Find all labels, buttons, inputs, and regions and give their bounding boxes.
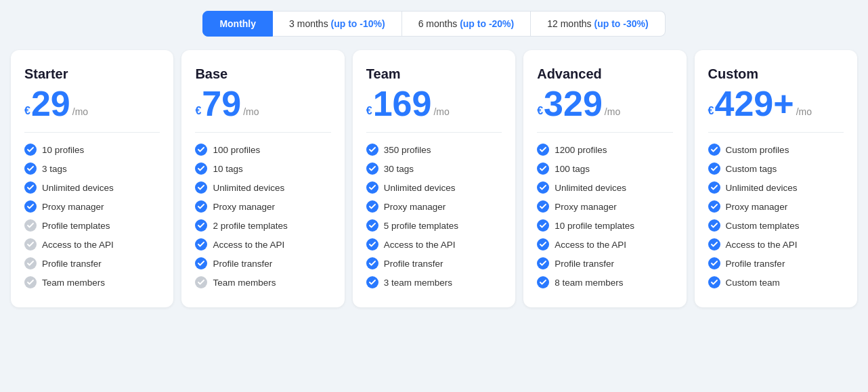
tab-3months[interactable]: 3 months (up to -10%) <box>273 11 402 37</box>
check-active-icon <box>708 219 720 232</box>
feature-item: Team members <box>195 276 330 288</box>
check-active-icon <box>708 181 720 194</box>
feature-item: 350 profiles <box>366 144 502 156</box>
price-mo: /mo <box>243 106 259 117</box>
check-active-icon <box>195 181 207 194</box>
feature-item: 5 profile templates <box>366 219 502 232</box>
price-amount: 79 <box>202 86 241 121</box>
feature-item: Proxy manager <box>708 200 844 213</box>
feature-list: 350 profiles30 tagsUnlimited devicesProx… <box>366 144 502 288</box>
feature-text: 30 tags <box>384 164 414 174</box>
feature-item: Proxy manager <box>366 200 502 213</box>
check-active-icon <box>708 144 720 156</box>
feature-text: 2 profile templates <box>213 221 287 231</box>
check-active-icon <box>708 200 720 213</box>
feature-item: Profile templates <box>24 219 160 232</box>
feature-list: 1200 profiles100 tagsUnlimited devicesPr… <box>537 144 672 288</box>
feature-text: Access to the API <box>42 240 114 250</box>
check-active-icon <box>537 219 549 232</box>
feature-text: Access to the API <box>213 240 284 250</box>
check-active-icon <box>537 257 549 269</box>
plan-divider <box>195 132 330 133</box>
check-active-icon <box>195 144 207 156</box>
feature-text: Unlimited devices <box>213 183 284 193</box>
check-active-icon <box>24 200 37 213</box>
plan-price-block: €79/mo <box>195 86 330 121</box>
feature-text: Profile templates <box>42 221 110 231</box>
feature-item: 3 tags <box>24 162 160 175</box>
billing-section: Monthly3 months (up to -10%)6 months (up… <box>11 11 857 307</box>
check-active-icon <box>366 238 378 251</box>
plan-divider <box>708 132 844 133</box>
feature-item: 2 profile templates <box>195 219 330 232</box>
feature-item: Access to the API <box>537 238 672 251</box>
feature-text: Access to the API <box>726 240 798 250</box>
feature-item: Unlimited devices <box>366 181 502 194</box>
feature-item: Unlimited devices <box>195 181 330 194</box>
plan-advanced: Advanced€329/mo1200 profiles100 tagsUnli… <box>523 50 686 307</box>
plan-price-block: €29/mo <box>24 86 160 121</box>
feature-text: Team members <box>213 278 276 288</box>
feature-item: Custom tags <box>708 162 844 175</box>
price-amount: 429+ <box>715 86 794 121</box>
check-active-icon <box>537 144 549 156</box>
check-active-icon <box>366 200 378 213</box>
price-mo: /mo <box>433 106 449 117</box>
feature-text: 10 tags <box>213 164 242 174</box>
feature-text: 3 team members <box>384 278 452 288</box>
feature-text: Custom templates <box>726 221 800 231</box>
feature-text: 350 profiles <box>384 145 431 155</box>
feature-item: Unlimited devices <box>537 181 672 194</box>
plan-divider <box>366 132 502 133</box>
feature-list: Custom profilesCustom tagsUnlimited devi… <box>708 144 844 288</box>
tab-monthly[interactable]: Monthly <box>202 11 273 37</box>
check-active-icon <box>366 181 378 194</box>
plan-name: Team <box>366 66 502 82</box>
feature-item: Access to the API <box>708 238 844 251</box>
feature-text: Proxy manager <box>213 202 275 212</box>
feature-item: Access to the API <box>24 238 160 251</box>
check-active-icon <box>195 162 207 175</box>
feature-item: Access to the API <box>366 238 502 251</box>
feature-item: 10 tags <box>195 162 330 175</box>
price-currency: € <box>708 105 714 117</box>
tab-12months[interactable]: 12 months (up to -30%) <box>531 11 665 37</box>
feature-text: Unlimited devices <box>726 183 798 193</box>
feature-text: Unlimited devices <box>42 183 114 193</box>
plan-starter: Starter€29/mo10 profiles3 tagsUnlimited … <box>11 50 173 307</box>
feature-text: Profile transfer <box>555 259 614 269</box>
feature-text: Profile transfer <box>42 259 102 269</box>
feature-text: Unlimited devices <box>384 183 456 193</box>
feature-text: Profile transfer <box>726 259 785 269</box>
feature-item: 30 tags <box>366 162 502 175</box>
plan-name: Advanced <box>537 66 672 82</box>
plan-team: Team€169/mo350 profiles30 tagsUnlimited … <box>353 50 515 307</box>
plan-price-block: €329/mo <box>537 86 672 121</box>
feature-text: Proxy manager <box>555 202 617 212</box>
check-active-icon <box>195 200 207 213</box>
check-inactive-icon <box>24 257 37 269</box>
feature-list: 100 profiles10 tagsUnlimited devicesProx… <box>195 144 330 288</box>
check-active-icon <box>195 257 207 269</box>
feature-text: Custom tags <box>726 164 777 174</box>
check-active-icon <box>366 276 378 288</box>
check-active-icon <box>537 238 549 251</box>
feature-item: Proxy manager <box>195 200 330 213</box>
tab-6months[interactable]: 6 months (up to -20%) <box>402 11 531 37</box>
feature-text: 100 profiles <box>213 145 260 155</box>
tab-discount: (up to -20%) <box>460 18 514 29</box>
feature-text: 10 profiles <box>42 145 84 155</box>
check-active-icon <box>708 257 720 269</box>
feature-item: Custom profiles <box>708 144 844 156</box>
check-inactive-icon <box>195 276 207 288</box>
feature-item: Team members <box>24 276 160 288</box>
feature-text: 8 team members <box>555 278 623 288</box>
check-active-icon <box>708 162 720 175</box>
feature-item: Unlimited devices <box>24 181 160 194</box>
feature-text: 3 tags <box>42 164 67 174</box>
plan-divider <box>537 132 672 133</box>
price-mo: /mo <box>796 106 812 117</box>
feature-item: Proxy manager <box>537 200 672 213</box>
plan-name: Starter <box>24 66 160 82</box>
feature-text: 1200 profiles <box>555 145 607 155</box>
